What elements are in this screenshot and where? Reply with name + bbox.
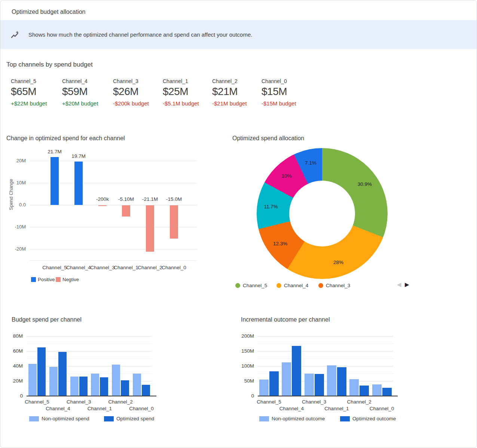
x-axis-label: Channel_0 — [123, 406, 159, 411]
optimized-bar — [100, 377, 108, 396]
channel-name: Channel_2 — [212, 78, 262, 84]
channel-card: Channel_4$59M+$20M budget — [62, 78, 111, 107]
bar-value-label: -15.0M — [159, 196, 189, 202]
gridline — [258, 351, 393, 352]
legend-swatch — [31, 277, 36, 282]
legend-label: Positive — [38, 277, 55, 282]
y-axis-tick-label: 80M — [3, 333, 23, 339]
donut-percent-label: 28% — [325, 260, 351, 265]
channel-spend-value: $15M — [262, 86, 311, 98]
donut-percent-label: 7.1% — [297, 160, 324, 166]
bar-value-label: 19.7M — [64, 153, 94, 159]
non-optimized-bar — [112, 365, 120, 396]
legend-label: Channel_3 — [326, 283, 350, 288]
channel-name: Channel_4 — [62, 78, 111, 84]
non-optimized-bar — [282, 362, 291, 396]
channel-name: Channel_1 — [163, 78, 212, 84]
channel-spend-value: $21M — [212, 86, 262, 98]
channel-budget-delta: +$22M budget — [11, 100, 60, 107]
minor-gridline — [258, 359, 393, 359]
channel-budget-delta: -$15M budget — [262, 100, 311, 107]
optimized-bar — [58, 352, 67, 396]
channel-name: Channel_0 — [262, 78, 311, 84]
gridline — [27, 336, 152, 337]
y-axis-tick-label: 50M — [234, 378, 254, 384]
legend-label: Optimized spend — [116, 416, 154, 421]
y-axis-tick-label: 200M — [234, 333, 254, 339]
insights-icon — [10, 30, 20, 40]
non-optimized-bar — [327, 365, 336, 396]
non-optimized-bar — [133, 374, 141, 396]
channel-card: Channel_5$65M+$22M budget — [11, 78, 60, 107]
chart-title-incremental-outcome: Incremental outcome per channel — [241, 316, 330, 323]
banner-text: Shows how much the optimized channel per… — [28, 31, 252, 38]
non-optimized-bar — [70, 377, 79, 396]
optimized-bar — [382, 388, 392, 396]
donut-hole — [289, 181, 355, 246]
negative-bar — [146, 205, 154, 252]
channel-budget-delta: -$21M budget — [212, 100, 262, 107]
legend-prev-arrow[interactable]: ◀ — [397, 281, 401, 288]
y-axis-tick-label: 20M — [5, 158, 26, 163]
channel-name: Channel_5 — [11, 78, 60, 84]
x-axis-label: Channel_5 — [19, 399, 55, 405]
x-axis-label: Channel_3 — [296, 399, 332, 405]
optimized-bar — [292, 346, 301, 396]
channel-budget-delta: +$20M budget — [62, 100, 111, 107]
legend-swatch — [29, 416, 39, 421]
channel-spend-value: $25M — [163, 86, 212, 98]
gridline — [30, 249, 197, 249]
channel-spend-value: $59M — [62, 86, 111, 98]
non-optimized-bar — [91, 374, 99, 396]
page-title: Optimized budget allocation — [12, 9, 85, 15]
x-axis-label: Channel_2 — [341, 399, 377, 405]
channel-name: Channel_3 — [113, 78, 162, 84]
x-axis-label: Channel_0 — [364, 406, 400, 411]
legend-label: Channel_5 — [243, 283, 267, 288]
legend-label: Negtive — [62, 277, 79, 282]
x-axis-baseline — [27, 396, 156, 396]
channel-card: Channel_2$21M-$21M budget — [212, 78, 262, 107]
donut-percent-label: 10% — [273, 173, 300, 179]
chart-title-spend-allocation: Optimized spend allocation — [232, 135, 304, 142]
x-axis-baseline — [258, 396, 398, 396]
optimized-bar — [37, 347, 46, 396]
channel-card: Channel_1$25M-$5.1M budget — [163, 78, 212, 107]
legend-dot — [318, 283, 323, 288]
y-axis-tick-label: 20M — [3, 378, 23, 384]
minor-gridline — [258, 344, 393, 344]
non-optimized-bar — [49, 367, 58, 396]
y-axis-tick-label: 0.0 — [5, 202, 26, 208]
non-optimized-bar — [305, 374, 314, 396]
chart-title-budget-spend: Budget spend per channel — [12, 316, 82, 323]
legend-swatch — [340, 416, 350, 421]
positive-bar — [74, 162, 83, 205]
gridline — [258, 336, 393, 337]
legend-next-arrow[interactable]: ▶ — [405, 281, 409, 288]
optimized-bar — [142, 385, 150, 396]
optimized-bar — [315, 374, 324, 396]
legend-label: Channel_4 — [284, 283, 308, 288]
optimized-bar — [121, 380, 129, 396]
negative-bar — [170, 205, 178, 239]
y-axis-tick-label: 40M — [3, 363, 23, 369]
positive-bar — [51, 157, 59, 205]
legend-dot — [235, 283, 240, 288]
y-axis-tick-label: 60M — [3, 348, 23, 354]
non-optimized-bar — [28, 364, 37, 396]
legend-dot — [276, 283, 281, 288]
non-optimized-bar — [259, 380, 269, 396]
legend-label: Non-optimized spend — [42, 416, 89, 421]
minor-gridline — [27, 344, 152, 344]
x-axis-label: Channel_0 — [157, 265, 191, 270]
non-optimized-bar — [372, 384, 382, 396]
channel-card: Channel_3$26M-$200k budget — [113, 78, 162, 107]
info-banner: Shows how much the optimized channel per… — [0, 20, 477, 49]
donut-percent-label: 12.3% — [267, 241, 293, 246]
x-axis-label: Channel_1 — [319, 406, 355, 411]
x-axis-label: Channel_4 — [40, 406, 76, 411]
legend-swatch — [104, 416, 114, 421]
negative-bar — [98, 205, 107, 206]
y-axis-tick-label: 0 — [3, 393, 23, 399]
donut-percent-label: 30.9% — [352, 181, 378, 187]
